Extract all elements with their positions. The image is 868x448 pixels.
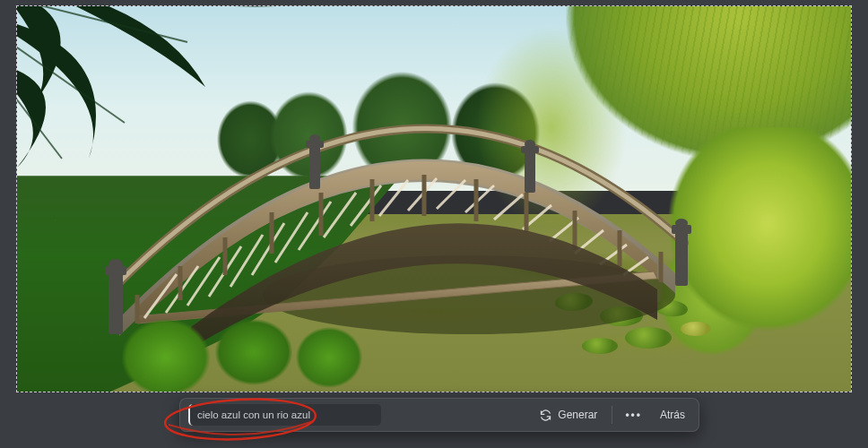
back-button[interactable]: Atrás	[655, 405, 690, 425]
toolbar-separator	[612, 406, 612, 424]
svg-line-11	[379, 180, 408, 216]
svg-point-41	[525, 140, 535, 149]
generate-button[interactable]: Generar	[534, 405, 603, 426]
prompt-input-text: cielo azul con un rio azul	[197, 409, 310, 420]
svg-point-35	[108, 259, 123, 270]
image-canvas[interactable]	[16, 5, 852, 392]
more-options-button[interactable]: •••	[621, 409, 646, 421]
svg-line-13	[437, 180, 465, 209]
palm-fronds	[16, 5, 286, 185]
prompt-input[interactable]: cielo azul con un rio azul	[188, 404, 381, 426]
svg-point-44	[675, 219, 688, 228]
svg-line-14	[465, 185, 494, 212]
svg-rect-42	[675, 232, 688, 286]
generate-button-label: Generar	[558, 409, 597, 421]
canvas-image	[17, 6, 851, 392]
svg-line-10	[351, 185, 381, 226]
back-button-label: Atrás	[660, 409, 685, 421]
svg-line-15	[494, 194, 523, 220]
svg-line-8	[299, 202, 331, 250]
foreground-foliage	[116, 293, 367, 392]
generative-fill-taskbar: cielo azul con un rio azul Generar ••• A…	[179, 398, 699, 432]
svg-rect-39	[525, 151, 535, 193]
svg-point-38	[309, 134, 320, 143]
svg-line-9	[324, 193, 356, 237]
svg-line-6	[252, 223, 284, 275]
svg-line-7	[275, 212, 308, 263]
generate-icon	[539, 409, 552, 422]
svg-rect-36	[309, 146, 320, 189]
